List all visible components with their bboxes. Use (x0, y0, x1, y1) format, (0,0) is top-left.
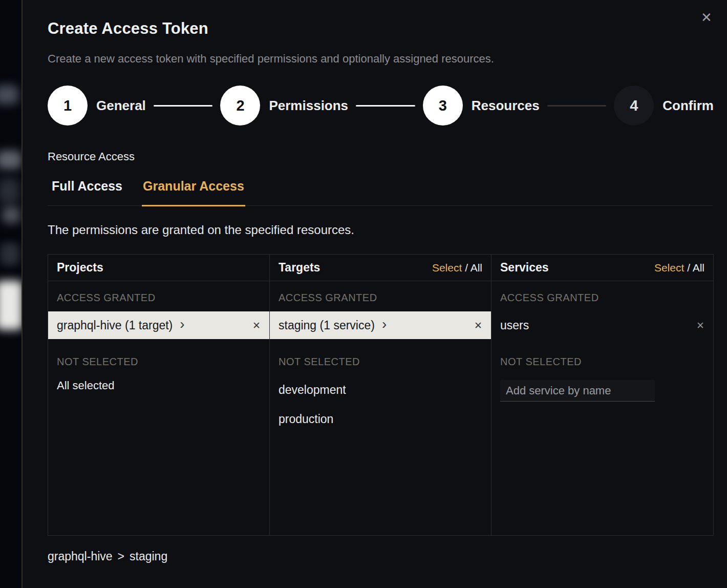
projects-access-granted-label: ACCESS GRANTED (48, 281, 269, 311)
services-column-header: Services Select / All (491, 255, 713, 281)
step-connector (356, 105, 415, 107)
background-page (0, 0, 22, 588)
step-confirm[interactable]: 4 Confirm (614, 86, 714, 125)
targets-column-title: Targets (279, 261, 320, 275)
step-resources[interactable]: 3 Resources (423, 86, 540, 125)
projects-column-header: Projects (48, 255, 269, 281)
step-connector-inactive (547, 105, 607, 107)
services-select-separator: / (684, 262, 692, 274)
step-number-circle: 3 (423, 86, 463, 125)
selected-project-label: graphql-hive (1 target) (57, 319, 173, 332)
targets-all-link[interactable]: All (471, 262, 482, 274)
selected-project-row[interactable]: graphql-hive (1 target) › ✕ (48, 311, 269, 339)
step-number-circle: 2 (220, 86, 260, 125)
services-column-title: Services (500, 261, 549, 275)
targets-select-link[interactable]: Select (432, 262, 462, 274)
remove-project-icon[interactable]: ✕ (252, 320, 261, 331)
services-all-link[interactable]: All (693, 262, 704, 274)
step-connector (154, 105, 213, 107)
tab-granular-access[interactable]: Granular Access (142, 179, 245, 206)
targets-access-granted-label: ACCESS GRANTED (270, 281, 491, 311)
targets-column: Targets Select / All ACCESS GRANTED stag… (270, 255, 491, 535)
services-select-all: Select / All (654, 262, 704, 274)
modal-subtitle: Create a new access token with specified… (48, 52, 713, 66)
blurred-background-item (0, 243, 19, 265)
step-label: General (96, 98, 146, 114)
resource-access-heading: Resource Access (48, 150, 713, 163)
remove-target-icon[interactable]: ✕ (474, 320, 482, 331)
step-number-circle: 4 (614, 86, 654, 125)
step-label: Permissions (269, 98, 348, 114)
targets-not-selected-label: NOT SELECTED (270, 345, 491, 375)
resource-selection-table: Projects ACCESS GRANTED graphql-hive (1 … (48, 254, 714, 536)
chevron-right-icon: › (382, 317, 387, 331)
step-label: Resources (472, 98, 540, 114)
modal-title: Create Access Token (48, 19, 713, 38)
add-service-input[interactable] (500, 380, 655, 402)
selected-target-label: staging (1 service) (279, 319, 375, 332)
resource-access-tabs: Full Access Granular Access (48, 179, 713, 206)
create-access-token-modal: ✕ Create Access Token Create a new acces… (22, 0, 727, 588)
granular-access-description: The permissions are granted on the speci… (48, 223, 713, 237)
blurred-background-item (0, 151, 22, 169)
granted-service-label: users (500, 319, 529, 332)
step-permissions[interactable]: 2 Permissions (220, 86, 348, 125)
targets-select-all: Select / All (432, 262, 482, 274)
tab-full-access[interactable]: Full Access (51, 179, 123, 206)
blurred-background-item (0, 85, 18, 104)
chevron-right-icon: › (180, 317, 184, 331)
projects-column-title: Projects (57, 261, 103, 275)
close-icon: ✕ (701, 10, 712, 25)
close-button[interactable]: ✕ (696, 7, 717, 28)
target-option-production[interactable]: production (270, 405, 491, 434)
selected-target-row[interactable]: staging (1 service) › ✕ (270, 311, 491, 339)
step-general[interactable]: 1 General (48, 86, 146, 125)
services-access-granted-label: ACCESS GRANTED (491, 281, 713, 311)
blurred-background-button (0, 281, 22, 330)
projects-column: Projects ACCESS GRANTED graphql-hive (1 … (48, 255, 270, 535)
stepper: 1 General 2 Permissions 3 Resources 4 Co… (48, 86, 714, 125)
breadcrumb-separator: > (118, 550, 124, 563)
projects-all-selected-note: All selected (48, 375, 269, 396)
services-not-selected-label: NOT SELECTED (491, 345, 713, 375)
remove-service-icon[interactable]: ✕ (696, 320, 704, 331)
services-column: Services Select / All ACCESS GRANTED use… (491, 255, 713, 535)
blurred-background-item (2, 207, 20, 223)
step-number-circle: 1 (48, 86, 88, 125)
granted-service-row: users ✕ (491, 311, 713, 339)
blurred-background-item (0, 178, 19, 204)
breadcrumb-project: graphql-hive (48, 550, 113, 563)
target-option-development[interactable]: development (270, 375, 491, 405)
targets-column-header: Targets Select / All (270, 255, 491, 281)
step-label: Confirm (662, 98, 714, 114)
services-select-link[interactable]: Select (654, 262, 684, 274)
breadcrumb: graphql-hive > staging (48, 550, 713, 563)
breadcrumb-target: staging (130, 550, 167, 563)
projects-not-selected-label: NOT SELECTED (48, 345, 269, 375)
screen: ✕ Create Access Token Create a new acces… (0, 0, 727, 588)
targets-select-separator: / (462, 262, 470, 274)
